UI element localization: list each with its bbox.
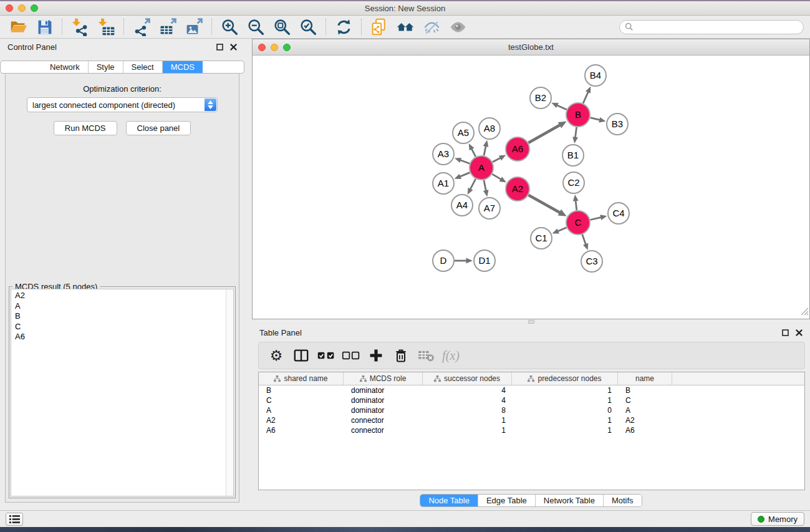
table-row[interactable]: A6connector11A6 — [259, 425, 804, 435]
result-list-item[interactable]: A6 — [15, 332, 229, 342]
node-C4[interactable]: C4 — [608, 203, 629, 224]
zoom-fit-button[interactable] — [269, 17, 295, 37]
result-scrollbar[interactable] — [226, 289, 233, 496]
table-cell[interactable]: A6 — [618, 425, 672, 435]
task-history-button[interactable] — [6, 513, 23, 526]
refresh-button[interactable] — [330, 17, 357, 37]
edge-C-C4[interactable] — [591, 215, 607, 220]
node-C1[interactable]: C1 — [531, 228, 552, 249]
table-cell[interactable]: 8 — [423, 405, 512, 415]
criterion-dropdown[interactable]: largest connected component (directed) — [27, 97, 218, 112]
save-button[interactable] — [31, 17, 57, 37]
node-B2[interactable]: B2 — [530, 87, 551, 109]
table-cell[interactable]: dominator — [344, 385, 423, 395]
column-header-name[interactable]: name — [618, 372, 672, 385]
hide-selected-button[interactable] — [418, 17, 445, 37]
show-all-button[interactable] — [445, 17, 471, 37]
edge-A-A6[interactable] — [493, 155, 506, 162]
table-cell[interactable]: C — [618, 395, 672, 405]
window-resize-grip[interactable] — [801, 307, 809, 318]
column-header-MCDS-role[interactable]: MCDS role — [344, 372, 423, 385]
table-cell[interactable]: C — [259, 395, 344, 405]
node-A1[interactable]: A1 — [433, 173, 454, 194]
export-image-button[interactable] — [181, 17, 207, 37]
edge-B-B3[interactable] — [591, 117, 606, 123]
search-input[interactable] — [634, 21, 803, 34]
duplicate-network-button[interactable] — [366, 17, 392, 37]
divider-grip[interactable] — [528, 320, 534, 324]
edge-B-B4[interactable] — [583, 86, 591, 103]
result-list-item[interactable]: B — [15, 311, 229, 322]
table-cell[interactable]: A2 — [618, 415, 672, 425]
table-cell[interactable]: 1 — [512, 395, 618, 405]
node-B4[interactable]: B4 — [585, 65, 606, 86]
node-A4[interactable]: A4 — [451, 195, 473, 216]
table-cell[interactable]: 4 — [423, 395, 512, 405]
settings-button[interactable]: ⚙ — [266, 345, 286, 366]
import-table-button[interactable] — [93, 17, 119, 37]
horizontal-split-divider[interactable] — [252, 319, 810, 324]
table-cell[interactable]: dominator — [344, 395, 423, 405]
table-cell[interactable]: 0 — [512, 405, 618, 415]
float-table-panel-icon[interactable] — [782, 329, 789, 336]
select-all-rows-button[interactable] — [316, 345, 336, 366]
column-header-shared-name[interactable]: shared name — [259, 372, 344, 385]
node-A7[interactable]: A7 — [479, 198, 500, 219]
node-B1[interactable]: B1 — [562, 145, 584, 166]
node-A5[interactable]: A5 — [453, 122, 474, 143]
float-panel-icon[interactable] — [216, 44, 223, 51]
node-B[interactable]: B — [566, 103, 590, 127]
tab-style[interactable]: Style — [88, 61, 123, 73]
close-table-panel-icon[interactable] — [796, 329, 803, 336]
table-cell[interactable]: dominator — [344, 405, 423, 415]
edge-C-C1[interactable] — [552, 228, 567, 234]
table-cell[interactable]: A — [259, 405, 344, 415]
node-A6[interactable]: A6 — [506, 137, 529, 161]
column-header-predecessor-nodes[interactable]: predecessor nodes — [512, 372, 618, 385]
edge-C-C3[interactable] — [582, 235, 589, 250]
table-cell[interactable]: 4 — [423, 385, 512, 395]
open-button[interactable] — [5, 17, 31, 37]
node-D1[interactable]: D1 — [474, 250, 495, 271]
node-C2[interactable]: C2 — [563, 172, 584, 193]
import-network-button[interactable] — [67, 17, 93, 37]
table-tab-network-table[interactable]: Network Table — [535, 495, 603, 506]
table-cell[interactable]: connector — [344, 425, 423, 435]
table-cell[interactable]: B — [259, 385, 344, 395]
node-A8[interactable]: A8 — [479, 118, 500, 139]
edge-B-B1[interactable] — [572, 127, 578, 143]
result-list-item[interactable]: A2 — [15, 291, 229, 301]
edge-A-A3[interactable] — [455, 158, 470, 163]
table-row[interactable]: Bdominator41B — [259, 385, 804, 395]
edge-A6-B[interactable] — [528, 121, 566, 143]
table-cell[interactable]: 1 — [512, 415, 618, 425]
node-A[interactable]: A — [470, 156, 493, 180]
edge-C-C2[interactable] — [573, 195, 579, 210]
table-row[interactable]: A2connector11A2 — [259, 415, 804, 425]
network-canvas[interactable]: B4B2BB3A5A8A6B1A3AC2A1A2A4A7C4CC1C3DD1 — [253, 56, 809, 319]
column-header-successor-nodes[interactable]: successor nodes — [423, 372, 512, 385]
edge-D-D1[interactable] — [455, 258, 473, 264]
node-C3[interactable]: C3 — [581, 251, 602, 272]
add-column-button[interactable] — [366, 345, 386, 366]
edge-A-A8[interactable] — [483, 140, 489, 156]
edge-A-A7[interactable] — [483, 180, 489, 197]
node-D[interactable]: D — [433, 250, 454, 271]
table-cell[interactable]: 1 — [512, 385, 618, 395]
export-network-button[interactable] — [128, 17, 155, 37]
table-tab-node-table[interactable]: Node Table — [420, 495, 478, 506]
edge-A-A1[interactable] — [455, 173, 470, 179]
edge-B-B2[interactable] — [551, 103, 567, 110]
table-row[interactable]: Cdominator41C — [259, 395, 804, 405]
deselect-all-rows-button[interactable] — [341, 345, 361, 366]
table-tab-edge-table[interactable]: Edge Table — [478, 495, 535, 506]
zoom-in-button[interactable] — [216, 17, 243, 37]
close-panel-icon[interactable] — [230, 44, 237, 51]
table-tab-motifs[interactable]: Motifs — [603, 495, 642, 506]
tab-mcds[interactable]: MCDS — [162, 61, 203, 73]
zoom-out-button[interactable] — [243, 17, 269, 37]
table-cell[interactable]: connector — [344, 415, 423, 425]
node-B3[interactable]: B3 — [607, 114, 628, 135]
table-cell[interactable]: A2 — [259, 415, 344, 425]
split-view-button[interactable] — [291, 345, 311, 366]
